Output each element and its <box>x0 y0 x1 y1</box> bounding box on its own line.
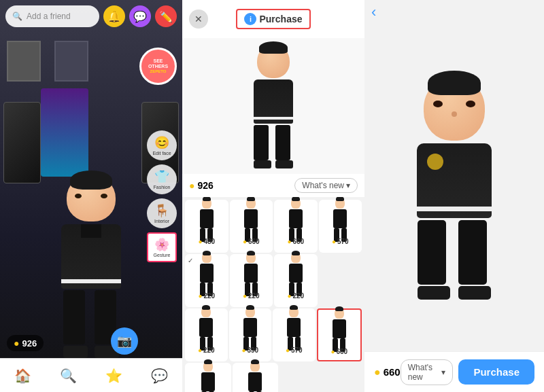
avatar-stripe <box>61 279 121 283</box>
coin-icon-middle: ● <box>189 180 194 191</box>
purchase-button[interactable]: Purchase <box>458 359 534 385</box>
pencil-icon-button[interactable]: ✏️ <box>155 5 177 27</box>
coin-amount-left: 926 <box>22 338 37 349</box>
item-cell-10[interactable]: ● 660 <box>317 308 362 361</box>
wall-picture-left <box>7 41 41 82</box>
large-eye-right <box>466 101 475 107</box>
coin-icon-right: ● <box>374 366 381 378</box>
large-hair <box>428 71 481 95</box>
item-cell-6[interactable]: ● 220 <box>274 254 318 307</box>
camera-button[interactable]: 📷 <box>111 327 138 355</box>
large-eye-left <box>433 101 443 107</box>
price-8: ● 390 <box>241 346 258 354</box>
grid-row-3: ● 220 ● 390 ● 570 <box>185 308 362 361</box>
item-figure-9 <box>279 311 309 345</box>
see-others-badge[interactable]: SEE OTHERS ZEPETO <box>139 48 177 85</box>
coin-icon-left: ● <box>14 338 19 349</box>
chevron-down-icon: ▾ <box>346 181 350 190</box>
item-cell-3[interactable]: ● 570 <box>319 200 362 253</box>
right-bottom-bar: ● 660 What's new ▾ Purchase <box>364 351 544 392</box>
right-header: ‹ <box>364 0 544 24</box>
close-button[interactable]: ✕ <box>189 10 208 29</box>
price-0: ● 480 <box>198 238 215 245</box>
nav-chat[interactable]: 💬 <box>151 368 168 384</box>
wall-picture-right <box>54 41 88 82</box>
item-cell-12[interactable]: ● 200 <box>233 363 279 392</box>
coin-display-left: ● 926 <box>7 335 44 351</box>
nav-home[interactable]: 🏠 <box>14 368 31 384</box>
large-legs <box>418 220 491 300</box>
avatar-eye-right <box>101 194 107 198</box>
chevron-down-right-icon: ▾ <box>441 368 445 377</box>
coin-display-right: ● 660 <box>374 366 401 378</box>
item-figure-10 <box>324 313 354 346</box>
preview-leg-right <box>275 125 290 160</box>
price-7: ● 220 <box>198 346 215 354</box>
search-icon: 🔍 <box>12 12 22 21</box>
large-nose <box>452 111 457 117</box>
large-body <box>417 143 492 218</box>
preview-avatar <box>254 44 293 168</box>
avatar-eye-left <box>75 194 82 198</box>
item-cell-1[interactable]: ● 660 <box>230 200 273 253</box>
item-cell-5[interactable]: ● 220 <box>230 254 273 307</box>
whats-new-button-right[interactable]: What's new ▾ <box>401 359 454 385</box>
item-figure-2 <box>281 202 311 236</box>
item-cell-spacer <box>319 254 362 307</box>
middle-header: ✕ i Purchase <box>182 0 364 38</box>
chat-icon-button[interactable]: 💬 <box>129 5 151 27</box>
right-preview <box>364 24 544 351</box>
avatar-body <box>61 224 121 289</box>
price-10: ● 660 <box>330 348 347 355</box>
item-cell-2[interactable]: ● 660 <box>274 200 318 253</box>
preview-body <box>254 79 293 124</box>
whats-new-button-middle[interactable]: What's new ▾ <box>294 178 358 193</box>
item-cell-8[interactable]: ● 390 <box>229 308 272 361</box>
grid-row-2: ● 220 ● 220 ● 220 <box>185 254 362 307</box>
item-cell-0[interactable]: ● 480 <box>185 200 228 253</box>
avatar-legs <box>63 290 119 358</box>
nav-star[interactable]: ⭐ <box>105 368 122 384</box>
gesture-button[interactable]: 🌸 Gesture <box>147 232 177 262</box>
side-menu: 😊 Edit face 👕 Fashion 🪑 Interior 🌸 Gestu… <box>147 130 177 262</box>
large-leg-right <box>458 220 487 285</box>
item-figure-11 <box>193 366 223 392</box>
middle-panel: ✕ i Purchase <box>182 0 364 392</box>
avatar-leg-left <box>63 290 85 344</box>
fashion-button[interactable]: 👕 Fashion <box>147 164 177 194</box>
preview-stripe <box>254 117 293 120</box>
purchase-badge-middle[interactable]: i Purchase <box>236 9 310 29</box>
price-5: ● 220 <box>243 292 260 300</box>
preview-foot-left <box>254 160 271 168</box>
grid-row-1: ● 480 ● 660 ● 660 <box>185 200 362 253</box>
right-panel: ‹ <box>364 0 544 392</box>
coin-amount-right: 660 <box>384 366 401 378</box>
item-figure-5 <box>236 257 266 291</box>
avatar-collar <box>81 224 101 238</box>
bell-icon-button[interactable]: 🔔 <box>103 5 125 27</box>
item-figure-3 <box>325 202 355 236</box>
large-foot-left <box>418 286 450 300</box>
large-badge <box>427 154 443 170</box>
coin-amount-middle: 926 <box>197 180 213 191</box>
items-grid[interactable]: ● 480 ● 660 ● 660 <box>182 197 364 392</box>
search-box[interactable]: 🔍 Add a friend <box>5 5 99 27</box>
search-input-placeholder: Add a friend <box>27 12 71 21</box>
item-cell-7[interactable]: ● 220 <box>185 308 228 361</box>
edit-face-button[interactable]: 😊 Edit face <box>147 130 177 160</box>
item-cell-11[interactable]: ● 200 <box>185 363 231 392</box>
back-button[interactable]: ‹ <box>371 3 376 21</box>
bottom-nav: 🏠 🔍 ⭐ 💬 <box>0 358 182 392</box>
coin-display-middle: ● 926 <box>189 180 214 191</box>
avatar-eyes <box>75 194 107 198</box>
interior-button[interactable]: 🪑 Interior <box>147 198 177 228</box>
price-9: ● 570 <box>286 346 303 354</box>
item-cell-9[interactable]: ● 570 <box>273 308 316 361</box>
preview-hair <box>259 41 288 54</box>
item-cell-4[interactable]: ● 220 <box>185 254 228 307</box>
avatar-head <box>67 175 116 221</box>
nav-search[interactable]: 🔍 <box>60 368 77 384</box>
item-figure-7 <box>191 311 221 345</box>
item-figure-8 <box>235 311 265 345</box>
left-panel: 🔍 Add a friend 🔔 💬 ✏️ SEE OTHERS ZEPETO <box>0 0 182 392</box>
